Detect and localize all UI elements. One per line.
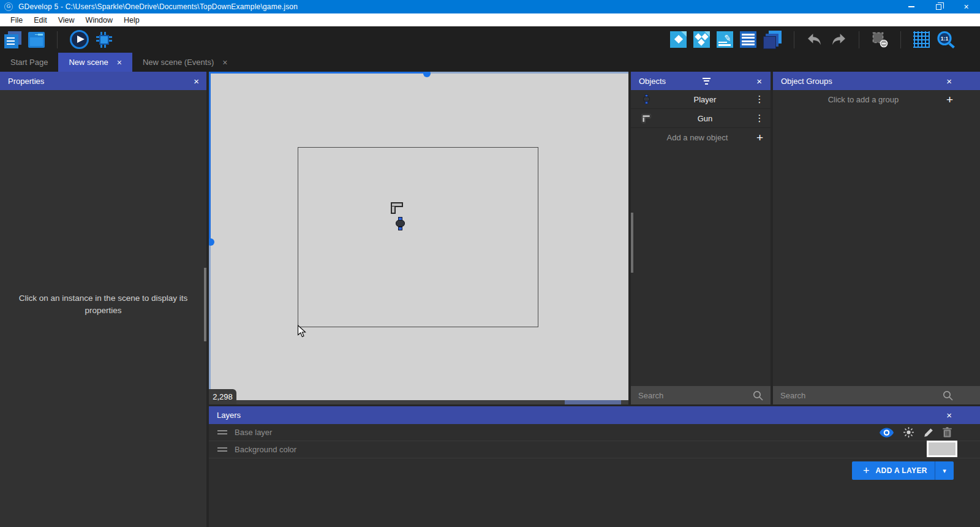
window-title: GDevelop 5 - C:\Users\Sparkle\OneDrive\D…	[18, 2, 298, 11]
background-color-swatch[interactable]	[927, 441, 957, 457]
project-manager-icon-front	[4, 34, 18, 48]
objects-panel-toggle-icon[interactable]	[670, 31, 687, 48]
properties-close-icon[interactable]: ×	[194, 76, 199, 86]
player-instance[interactable]	[396, 217, 405, 230]
scene-canvas[interactable]: 2,298	[209, 72, 628, 404]
layer-actions	[880, 427, 980, 438]
objects-search-bar	[631, 386, 771, 404]
object-groups-panel-toggle-icon[interactable]	[693, 31, 710, 48]
menu-window[interactable]: Window	[80, 16, 118, 25]
plus-icon: +	[946, 94, 953, 105]
canvas-horizontal-scrollbar[interactable]	[209, 400, 628, 404]
selection-edge-top	[209, 72, 427, 74]
menu-edit[interactable]: Edit	[28, 16, 53, 25]
object-row-gun[interactable]: Gun ⋮	[631, 109, 771, 128]
selection-edge-left-light	[209, 243, 211, 404]
add-new-object-button[interactable]: Add a new object +	[631, 128, 771, 147]
restore-button[interactable]	[925, 0, 952, 13]
restore-icon	[936, 4, 941, 10]
object-groups-panel-title: Object Groups	[781, 77, 832, 86]
layer-name: Base layer	[235, 428, 272, 437]
properties-panel-header: Properties ×	[0, 72, 206, 90]
redo-icon[interactable]	[830, 32, 846, 47]
layer-effects-icon[interactable]	[903, 427, 914, 438]
visibility-eye-icon[interactable]	[880, 428, 894, 438]
scene-status-badge: 2,298	[209, 389, 236, 404]
project-manager-icon[interactable]	[4, 31, 21, 48]
preview-play-icon[interactable]	[70, 30, 89, 49]
tab-new-scene-events[interactable]: New scene (Events) ×	[132, 53, 238, 72]
instances-list-toggle-icon[interactable]	[740, 31, 756, 48]
tab-close-icon[interactable]: ×	[222, 58, 227, 67]
layers-panel: Layers × Base layer	[209, 404, 980, 527]
grid-toggle-icon[interactable]	[913, 31, 930, 48]
tab-label: New scene	[69, 58, 108, 67]
objects-scrollbar[interactable]	[631, 213, 633, 273]
objects-close-icon[interactable]: ×	[756, 76, 762, 86]
minimize-button[interactable]	[897, 0, 925, 13]
menubar: File Edit View Window Help	[0, 13, 980, 26]
resize-handle-left[interactable]	[209, 238, 214, 246]
app-window: G GDevelop 5 - C:\Users\Sparkle\OneDrive…	[0, 0, 980, 527]
add-group-button[interactable]: Click to add a group +	[773, 90, 980, 109]
toolbar-separator	[859, 31, 859, 48]
layer-row-base[interactable]: Base layer	[209, 424, 980, 441]
menu-help[interactable]: Help	[118, 16, 145, 25]
object-name: Player	[655, 95, 755, 104]
zoom-1-1-icon[interactable]: 1:1	[937, 31, 956, 48]
layer-row-background-color[interactable]: Background color	[209, 441, 980, 458]
delete-selection-icon[interactable]	[872, 31, 888, 48]
drag-handle-icon[interactable]	[217, 430, 227, 434]
tab-start-page[interactable]: Start Page	[0, 53, 58, 72]
layers-panel-title: Layers	[217, 411, 241, 420]
svg-text:1:1: 1:1	[941, 36, 949, 42]
tab-new-scene[interactable]: New scene ×	[58, 53, 132, 72]
objects-search-input[interactable]	[631, 391, 753, 400]
object-name: Gun	[655, 114, 755, 123]
undo-icon[interactable]	[807, 32, 823, 47]
objects-panel: Objects × Player ⋮ Gun ⋮ Add a new objec…	[631, 72, 771, 404]
start-page-window-icon[interactable]	[28, 32, 45, 48]
properties-panel-toggle-icon[interactable]: ✎	[717, 31, 733, 48]
tab-close-icon[interactable]: ×	[117, 58, 122, 67]
selection-edge-top-light	[427, 72, 628, 74]
layers-panel-header: Layers ×	[209, 406, 980, 424]
object-row-player[interactable]: Player ⋮	[631, 90, 771, 109]
object-menu-icon[interactable]: ⋮	[755, 113, 764, 124]
player-object-icon	[637, 93, 655, 106]
editor-tabbar: Start Page New scene × New scene (Events…	[0, 53, 980, 72]
toolbar: ✎ 1:1	[0, 26, 980, 53]
groups-search-bar	[773, 386, 980, 404]
plus-icon: +	[863, 464, 870, 477]
gun-instance[interactable]	[391, 202, 403, 214]
layers-panel-toggle-icon[interactable]	[763, 31, 782, 49]
object-groups-close-icon[interactable]: ×	[946, 76, 952, 86]
object-groups-panel-header: Object Groups ×	[773, 72, 980, 90]
tab-label: New scene (Events)	[143, 58, 214, 67]
layers-close-icon[interactable]: ×	[946, 410, 952, 420]
canvas-horizontal-scrollbar-thumb[interactable]	[565, 400, 621, 404]
minimize-icon	[908, 6, 914, 7]
object-menu-icon[interactable]: ⋮	[755, 94, 764, 105]
edit-layer-pencil-icon[interactable]	[924, 428, 933, 438]
add-layer-button[interactable]: + ADD A LAYER ▾	[852, 461, 954, 480]
filter-icon[interactable]	[703, 78, 710, 85]
toolbar-separator	[900, 31, 901, 48]
menu-file[interactable]: File	[5, 16, 28, 25]
groups-search-input[interactable]	[773, 391, 943, 400]
close-button[interactable]: ×	[952, 0, 980, 13]
toolbar-right-group: ✎ 1:1	[670, 31, 956, 49]
menu-view[interactable]: View	[53, 16, 80, 25]
objects-panel-title: Objects	[639, 77, 666, 86]
toolbar-separator	[57, 31, 58, 48]
drag-handle-icon[interactable]	[217, 447, 227, 452]
add-group-label: Click to add a group	[780, 95, 946, 104]
gun-object-icon	[637, 113, 655, 124]
debug-icon[interactable]	[96, 31, 113, 48]
delete-layer-trash-icon[interactable]	[943, 427, 952, 438]
add-layer-label: ADD A LAYER	[876, 466, 927, 475]
gdevelop-logo-icon: G	[4, 2, 13, 11]
chevron-down-icon[interactable]: ▾	[935, 467, 954, 475]
resize-handle-top[interactable]	[423, 72, 431, 77]
toolbar-separator	[794, 31, 794, 48]
